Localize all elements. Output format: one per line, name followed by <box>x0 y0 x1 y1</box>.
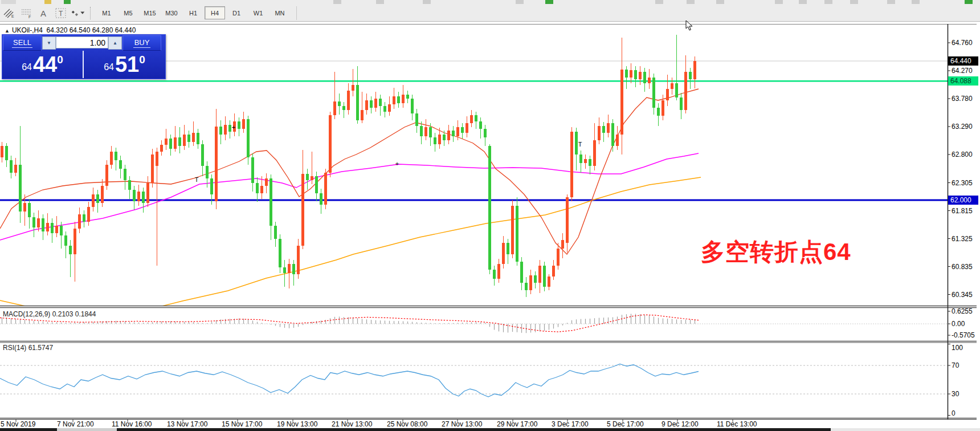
price-axis-label: 61.325 <box>952 235 979 243</box>
buy-button[interactable]: BUY <box>122 35 161 51</box>
timeframe-button-mn[interactable]: MN <box>270 6 290 19</box>
rsi-axis-label: 70 <box>952 361 979 369</box>
cutoff-fragment <box>376 0 384 4</box>
mt4-terminal: { "chrome": { "top_fragments": [ {"x":2,… <box>0 0 980 431</box>
svg-text:E: E <box>11 14 14 18</box>
rsi-axis-label: 0 <box>952 409 979 417</box>
chart-annotation-text: 多空转折点64 <box>701 236 851 268</box>
price-axis-label: 63.780 <box>952 95 979 103</box>
cutoff-fragment <box>850 0 858 4</box>
time-axis-label: 5 Dec 17:00 <box>607 420 644 428</box>
time-axis-label: 21 Nov 13:00 <box>332 420 372 428</box>
time-axis-label: 7 Nov 21:00 <box>57 420 94 428</box>
equidistant-channel-icon[interactable]: E <box>2 7 17 19</box>
cutoff-fragment <box>887 0 895 4</box>
time-axis-label: 13 Nov 17:00 <box>167 420 207 428</box>
svg-text:+: + <box>395 160 399 167</box>
time-axis-label: 27 Nov 13:00 <box>442 420 482 428</box>
cutoff-fragment <box>799 0 807 4</box>
price-axis-label: 63.290 <box>952 123 979 131</box>
cutoff-fragment <box>824 0 832 4</box>
toolbar-separator <box>90 7 93 19</box>
cutoff-fragment <box>965 0 973 4</box>
timeframe-buttons: M1M5M15M30H1H4D1W1MN <box>96 6 291 19</box>
cutoff-fragment <box>775 0 783 4</box>
volume-down-button[interactable]: ▼ <box>42 36 56 50</box>
price-chart-canvas[interactable]: T++T <box>0 24 980 431</box>
rsi-axis-label: 30 <box>952 390 979 398</box>
bottom-cutoff-strip <box>0 428 980 431</box>
cutoff-fragment <box>516 0 524 4</box>
cutoff-fragment <box>545 0 553 4</box>
fibonacci-icon[interactable]: F <box>19 7 34 19</box>
cutoff-fragment <box>687 0 695 4</box>
macd-indicator-label: MACD(12,26,9) 0.2103 0.1844 <box>3 310 96 318</box>
text-label-icon[interactable]: T <box>54 7 68 19</box>
price-axis-label: 60.345 <box>952 291 979 299</box>
svg-text:+: + <box>232 124 235 131</box>
timeframe-button-m30[interactable]: M30 <box>161 6 182 19</box>
price-axis-label: 64.270 <box>952 67 979 75</box>
toolbar-separator-2 <box>296 6 297 20</box>
svg-text:T: T <box>59 10 63 18</box>
timeframe-button-h1[interactable]: H1 <box>183 6 203 19</box>
macd-axis-label: -0.5705 <box>952 331 979 339</box>
price-axis-label: 62.800 <box>952 151 979 158</box>
time-axis-label: 15 Nov 17:00 <box>222 420 262 428</box>
svg-text:A: A <box>40 9 46 18</box>
timeframe-button-m5[interactable]: M5 <box>118 6 138 19</box>
timeframe-button-m1[interactable]: M1 <box>96 6 117 19</box>
chart-window: T++T ▲UKOil-,H4 64.320 64.540 64.280 64.… <box>0 24 980 431</box>
time-axis-label: 5 Nov 2019 <box>1 420 35 428</box>
chart-title: ▲UKOil-,H4 64.320 64.540 64.280 64.440 <box>5 26 136 34</box>
current-price-badge: 64.440 <box>948 56 978 66</box>
cutoff-fragment <box>912 0 920 4</box>
timeframe-button-m15[interactable]: M15 <box>140 6 160 19</box>
svg-text:F: F <box>28 15 31 18</box>
cutoff-fragment <box>0 428 57 431</box>
rsi-axis-label: 100 <box>952 344 979 352</box>
time-axis-label: 29 Nov 17:00 <box>497 420 537 428</box>
arrows-icon[interactable] <box>71 7 85 19</box>
time-axis-label: 19 Nov 13:00 <box>277 420 317 428</box>
macd-axis-label: 0.00 <box>952 320 979 328</box>
macd-axis-label: 0.6255 <box>952 307 979 315</box>
ohlc-values: 64.320 64.540 64.280 64.440 <box>47 26 136 34</box>
cutoff-fragment <box>333 0 341 4</box>
svg-text:T: T <box>578 141 582 148</box>
cutoff-fragment <box>831 428 980 431</box>
volume-input[interactable]: 1.00 <box>56 36 108 48</box>
price-axis-label: 62.305 <box>952 179 979 187</box>
cutoff-fragment <box>716 0 724 4</box>
one-click-trade-widget: SELL ▼ 1.00 ▲ BUY 64440 64510 <box>2 34 166 79</box>
blue-level-badge: 62.000 <box>948 196 978 205</box>
timeframe-button-d1[interactable]: D1 <box>226 6 247 19</box>
cutoff-fragment <box>64 0 71 4</box>
cutoff-fragment <box>423 0 431 4</box>
time-axis-label: 25 Nov 08:00 <box>387 420 427 428</box>
ask-price[interactable]: 64510 <box>84 51 165 78</box>
rsi-indicator-label: RSI(14) 61.5747 <box>3 344 53 352</box>
cutoff-fragment <box>57 428 117 431</box>
sell-button[interactable]: SELL <box>3 35 42 51</box>
timeframe-button-h4[interactable]: H4 <box>205 6 225 19</box>
time-axis-label: 11 Dec 13:00 <box>717 420 757 428</box>
bid-price[interactable]: 64440 <box>2 51 84 78</box>
svg-text:T: T <box>195 176 199 183</box>
toolbar: E F A T M1M5M15M30H1H4D1W1MN <box>0 5 980 22</box>
cutoff-fragment <box>1 0 16 4</box>
cutoff-fragment <box>117 428 831 431</box>
time-axis-label: 3 Dec 17:00 <box>552 420 589 428</box>
price-axis-label: 61.815 <box>952 207 979 215</box>
timeframe-button-w1[interactable]: W1 <box>248 6 268 19</box>
symbol-period: UKOil-,H4 <box>12 26 43 34</box>
price-axis-label: 60.835 <box>952 263 979 271</box>
time-axis-label: 11 Nov 16:00 <box>112 420 152 428</box>
cutoff-fragment <box>44 0 51 4</box>
volume-up-button[interactable]: ▲ <box>108 36 122 50</box>
time-axis-label: 9 Dec 12:00 <box>662 420 699 428</box>
collapse-triangle-icon[interactable]: ▲ <box>5 28 10 34</box>
green-level-badge: 64.088 <box>948 76 978 86</box>
price-axis-label: 64.760 <box>952 39 979 47</box>
text-icon[interactable]: A <box>36 7 51 19</box>
